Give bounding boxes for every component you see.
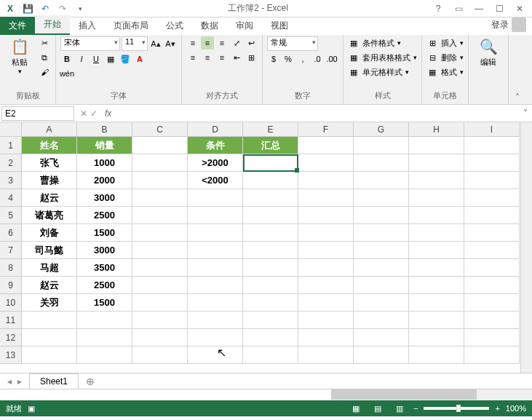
row-header-5[interactable]: 5 (0, 207, 22, 224)
col-header-A[interactable]: A (22, 122, 77, 137)
cell-E4[interactable] (243, 189, 298, 207)
cell-D3[interactable]: <2000 (188, 172, 243, 189)
cell-A11[interactable] (22, 312, 77, 329)
cell-A7[interactable]: 司马懿 (22, 242, 77, 259)
cell-F5[interactable] (298, 207, 354, 224)
cell-F2[interactable] (298, 154, 354, 172)
cell-B1[interactable]: 销量 (77, 137, 132, 154)
cell-E2[interactable] (243, 154, 298, 172)
cell-E5[interactable] (243, 207, 298, 224)
table-format-button[interactable]: ▦套用表格格式▾ (348, 51, 417, 64)
row-header-11[interactable]: 11 (0, 312, 22, 329)
cell-A8[interactable]: 马超 (22, 259, 77, 277)
cell-I11[interactable] (464, 312, 520, 329)
cell-F12[interactable] (298, 329, 354, 346)
cell-C8[interactable] (132, 259, 188, 277)
row-headers[interactable]: 12345678910111213 (0, 137, 22, 364)
cell-B12[interactable] (77, 329, 132, 346)
cell-H11[interactable] (409, 312, 464, 329)
col-header-I[interactable]: I (464, 122, 520, 137)
zoom-slider[interactable] (424, 407, 489, 410)
merge-icon[interactable]: ⊞ (245, 51, 258, 64)
cell-F3[interactable] (298, 172, 354, 189)
select-all-corner[interactable] (0, 122, 22, 137)
cell-G9[interactable] (354, 277, 409, 294)
cell-styles-button[interactable]: ▦单元格样式▾ (348, 66, 409, 79)
cell-I2[interactable] (464, 154, 520, 172)
cell-G8[interactable] (354, 259, 409, 277)
cell-G3[interactable] (354, 172, 409, 189)
cell-F1[interactable] (298, 137, 354, 154)
cell-G6[interactable] (354, 224, 409, 242)
underline-icon[interactable]: U (90, 52, 103, 66)
vertical-scrollbar[interactable] (520, 122, 532, 373)
name-box[interactable] (1, 106, 74, 121)
ribbon-options-icon[interactable]: ▭ (449, 1, 468, 16)
undo-icon[interactable]: ↶ (38, 1, 52, 16)
tab-nav-last-icon[interactable]: ▸ (17, 376, 22, 387)
cancel-formula-icon[interactable]: ✕ (80, 108, 87, 119)
zoom-thumb[interactable] (456, 405, 461, 412)
cell-A6[interactable]: 刘备 (22, 224, 77, 242)
cell-B11[interactable] (77, 312, 132, 329)
col-header-E[interactable]: E (243, 122, 298, 137)
paste-button[interactable]: 📋 粘贴 ▾ (4, 36, 35, 75)
file-tab[interactable]: 文件 (0, 17, 35, 35)
cell-D7[interactable] (188, 242, 243, 259)
hscroll-thumb[interactable] (331, 389, 477, 400)
cell-E10[interactable] (243, 294, 298, 312)
cell-B13[interactable] (77, 346, 132, 364)
align-center-icon[interactable]: ≡ (201, 51, 214, 64)
cell-B9[interactable]: 2500 (77, 277, 132, 294)
save-icon[interactable]: 💾 (20, 1, 35, 16)
home-tab[interactable]: 开始 (35, 15, 70, 35)
cell-G5[interactable] (354, 207, 409, 224)
enter-formula-icon[interactable]: ✓ (90, 108, 98, 119)
cell-F4[interactable] (298, 189, 354, 207)
format-cells-button[interactable]: ▦格式▾ (426, 66, 464, 79)
row-header-13[interactable]: 13 (0, 346, 22, 364)
cell-B10[interactable]: 1500 (77, 294, 132, 312)
cell-G12[interactable] (354, 329, 409, 346)
align-right-icon[interactable]: ≡ (215, 51, 229, 64)
cell-H10[interactable] (409, 294, 464, 312)
formula-bar[interactable] (114, 112, 519, 115)
cell-G2[interactable] (354, 154, 409, 172)
cell-A5[interactable]: 诸葛亮 (22, 207, 77, 224)
cell-D13[interactable] (188, 346, 243, 364)
cell-B3[interactable]: 2000 (77, 172, 132, 189)
close-icon[interactable]: ✕ (510, 1, 529, 16)
cell-C5[interactable] (132, 207, 188, 224)
cell-A13[interactable] (22, 346, 77, 364)
cell-H7[interactable] (409, 242, 464, 259)
cell-I9[interactable] (464, 277, 520, 294)
cell-H4[interactable] (409, 189, 464, 207)
cell-F6[interactable] (298, 224, 354, 242)
cell-D11[interactable] (188, 312, 243, 329)
cell-F10[interactable] (298, 294, 354, 312)
minimize-icon[interactable]: — (469, 1, 488, 16)
help-icon[interactable]: ? (429, 1, 448, 16)
align-left-icon[interactable]: ≡ (186, 51, 199, 64)
italic-icon[interactable]: I (75, 52, 88, 66)
cell-H9[interactable] (409, 277, 464, 294)
delete-cells-button[interactable]: ⊟删除▾ (426, 51, 464, 64)
insert-cells-button[interactable]: ⊞插入▾ (426, 36, 464, 49)
decrease-font-icon[interactable]: A▾ (164, 37, 177, 50)
cell-A4[interactable]: 赵云 (22, 189, 77, 207)
font-name-select[interactable]: 宋体 (60, 36, 120, 51)
cell-I13[interactable] (464, 346, 520, 364)
col-header-B[interactable]: B (77, 122, 132, 137)
login-button[interactable]: 登录 (485, 15, 532, 35)
zoom-level[interactable]: 100% (506, 404, 526, 413)
cell-E12[interactable] (243, 329, 298, 346)
cell-H3[interactable] (409, 172, 464, 189)
cell-E3[interactable] (243, 172, 298, 189)
cell-H12[interactable] (409, 329, 464, 346)
cell-G4[interactable] (354, 189, 409, 207)
cell-G11[interactable] (354, 312, 409, 329)
phonetic-icon[interactable]: wén (60, 67, 74, 80)
cell-E9[interactable] (243, 277, 298, 294)
align-mid-icon[interactable]: ≡ (201, 36, 214, 49)
cell-I5[interactable] (464, 207, 520, 224)
